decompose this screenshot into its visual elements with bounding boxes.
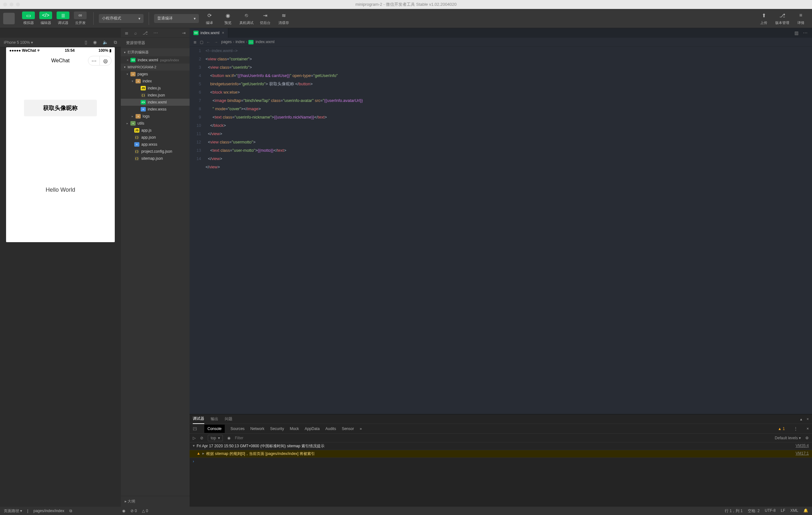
project-section[interactable]: MINIPROGRAM-2 xyxy=(121,64,190,70)
capsule-menu[interactable]: ⋯◎ xyxy=(88,56,112,65)
compile-dropdown[interactable]: 普通编译▾ xyxy=(154,14,199,23)
search-icon[interactable]: ⌕ xyxy=(134,30,137,35)
devtab-more[interactable]: » xyxy=(360,426,362,431)
encoding[interactable]: UTF-8 xyxy=(765,508,776,514)
tree-file[interactable]: { }app.json xyxy=(121,134,190,141)
warnings-count[interactable]: △ 0 xyxy=(142,509,148,513)
devtab-console[interactable]: Console xyxy=(204,425,225,433)
context-select[interactable]: top▾ xyxy=(208,435,223,441)
devtab-security[interactable]: Security xyxy=(270,426,284,431)
more-icon[interactable]: ⋯ xyxy=(153,30,158,35)
list-icon[interactable]: ≣ xyxy=(125,30,128,35)
tree-file[interactable]: { }index.json xyxy=(121,92,190,99)
more-icon[interactable]: ⋯ xyxy=(803,30,808,35)
tree-file[interactable]: { }project.config.json xyxy=(121,148,190,155)
console-row[interactable]: ▲▸根据 sitemap 的规则[0]，当前页面 [pages/index/in… xyxy=(190,450,812,458)
preview-button[interactable]: ◉预览 xyxy=(220,11,236,26)
devtab-network[interactable]: Network xyxy=(250,426,264,431)
console-prompt[interactable]: › xyxy=(190,458,812,465)
tab-debugger[interactable]: 调试器 xyxy=(193,414,204,424)
console-output[interactable]: ▾Fri Apr 17 2020 15:50:13 GMT+0800 (中国标准… xyxy=(190,443,812,507)
record-icon[interactable]: ◉ xyxy=(93,40,97,45)
close-icon[interactable]: × xyxy=(222,31,224,35)
visibility-icon[interactable]: ◉ xyxy=(122,509,125,513)
kebab-icon[interactable]: ⋮ xyxy=(794,426,798,431)
version-button[interactable]: ⎇版本管理 xyxy=(774,11,790,26)
tree-file-active[interactable]: <>index.wxml xyxy=(121,99,190,106)
language-mode[interactable]: XML xyxy=(790,508,798,514)
play-icon[interactable]: ▷ xyxy=(193,436,196,440)
devtab-sensor[interactable]: Sensor xyxy=(342,426,354,431)
tree-file[interactable]: ≡index.wxss xyxy=(121,106,190,113)
back-icon[interactable]: ← xyxy=(206,40,210,44)
outline-section[interactable]: ▸ 大纲 xyxy=(121,496,190,507)
tab-output[interactable]: 输出 xyxy=(211,414,219,424)
background-button[interactable]: ⇥切后台 xyxy=(257,11,273,26)
branch-icon[interactable]: ⎇ xyxy=(143,30,148,35)
popout-icon[interactable]: ⧉ xyxy=(114,40,117,45)
indent-setting[interactable]: 空格: 2 xyxy=(748,508,760,514)
gear-icon[interactable]: ⚙ xyxy=(805,436,809,440)
collapse-icon[interactable]: ▴ xyxy=(800,415,802,423)
bookmark-icon[interactable]: ▢ xyxy=(200,40,203,44)
collapse-icon[interactable]: ⇥ xyxy=(182,30,186,35)
devtab-audits[interactable]: Audits xyxy=(325,426,336,431)
list-icon[interactable]: ≣ xyxy=(194,40,197,44)
user-avatar[interactable] xyxy=(3,13,15,24)
code-content[interactable]: <!--index.wxml--> <view class="container… xyxy=(206,47,812,414)
mute-icon[interactable]: 🔈 xyxy=(103,40,108,45)
mode-dropdown[interactable]: 小程序模式▾ xyxy=(99,14,144,23)
tree-file[interactable]: { }sitemap.json xyxy=(121,155,190,162)
copy-icon[interactable]: ⧉ xyxy=(69,509,72,513)
details-button[interactable]: ≡详情 xyxy=(793,11,809,26)
close-icon[interactable]: × xyxy=(126,58,128,62)
bell-icon[interactable]: 🔔 xyxy=(803,508,808,514)
source-link[interactable]: VM35:4 xyxy=(796,444,809,449)
devtab-sources[interactable]: Sources xyxy=(231,426,244,431)
errors-count[interactable]: ⊘ 0 xyxy=(130,509,137,513)
filter-input[interactable] xyxy=(235,436,771,440)
tree-file[interactable]: JSindex.js xyxy=(121,85,190,92)
eye-icon[interactable]: ◉ xyxy=(227,436,231,440)
tree-folder-pages[interactable]: ▾▪pages xyxy=(121,70,190,78)
page-path-label[interactable]: 页面路径 ▾ xyxy=(4,508,22,514)
devtab-mock[interactable]: Mock xyxy=(290,426,299,431)
eol[interactable]: LF xyxy=(781,508,785,514)
clear-cache-button[interactable]: ≋清缓存 xyxy=(276,11,292,26)
levels-select[interactable]: Default levels ▾ xyxy=(775,436,801,440)
get-user-info-button[interactable]: 获取头像昵称 xyxy=(24,100,97,116)
simulator-toggle[interactable]: ▭模拟器 xyxy=(21,11,36,26)
cursor-position[interactable]: 行 1，列 1 xyxy=(725,508,743,514)
source-link[interactable]: VM17:1 xyxy=(796,451,809,457)
close-icon[interactable]: × xyxy=(807,426,809,431)
breadcrumb[interactable]: pages›index›<>index.wxml xyxy=(221,40,274,44)
debugger-toggle[interactable]: ≣调试器 xyxy=(55,11,71,26)
device-icon[interactable]: ▯ xyxy=(85,40,87,45)
forward-icon[interactable]: → xyxy=(214,40,218,44)
console-row[interactable]: ▾Fri Apr 17 2020 15:50:13 GMT+0800 (中国标准… xyxy=(190,443,812,450)
open-editor-item[interactable]: × <> index.wxml pages/index xyxy=(121,56,190,64)
tree-folder-index[interactable]: ▾▪index xyxy=(121,78,190,85)
split-icon[interactable]: ▥ xyxy=(794,30,799,35)
editor-tab[interactable]: <>index.wxml× xyxy=(190,28,228,38)
code-editor[interactable]: 1234567891011121314 <!--index.wxml--> <v… xyxy=(190,47,812,414)
clear-icon[interactable]: ⊘ xyxy=(200,436,203,440)
tree-folder-logs[interactable]: ▸▪logs xyxy=(121,113,190,120)
editor-toggle[interactable]: </>编辑器 xyxy=(38,11,54,26)
element-picker-icon[interactable]: ⮹ xyxy=(193,426,197,431)
close-icon[interactable]: × xyxy=(807,415,809,423)
cloud-button[interactable]: ∞云开发 xyxy=(72,11,88,26)
compile-button[interactable]: ⟳编译 xyxy=(201,11,218,26)
page-path[interactable]: pages/index/index xyxy=(33,509,64,513)
tree-folder-utils[interactable]: ▸▪utils xyxy=(121,120,190,127)
tree-file[interactable]: ≡app.wxss xyxy=(121,141,190,148)
tree-file[interactable]: JSapp.js xyxy=(121,127,190,134)
real-debug-button[interactable]: ⎋真机调试 xyxy=(238,11,255,26)
warning-badge[interactable]: ▲ 1 xyxy=(778,426,785,431)
devtab-appdata[interactable]: AppData xyxy=(304,426,320,431)
tab-problems[interactable]: 问题 xyxy=(225,414,232,424)
traffic-lights[interactable] xyxy=(3,3,20,6)
device-select[interactable]: iPhone 5 100%▾ xyxy=(4,40,33,45)
open-editors-section[interactable]: 打开的编辑器 xyxy=(121,48,190,56)
upload-button[interactable]: ⬆上传 xyxy=(756,11,772,26)
